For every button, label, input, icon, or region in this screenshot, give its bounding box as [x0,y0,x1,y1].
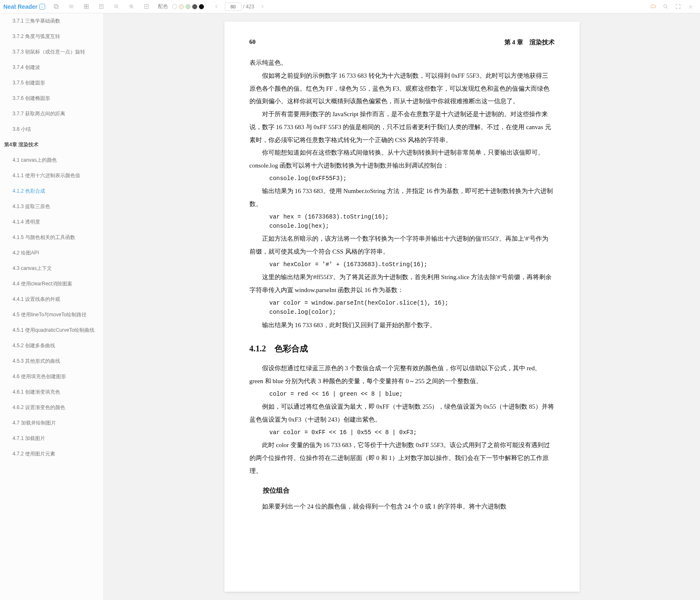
svg-line-13 [117,8,119,9]
svg-rect-0 [55,5,59,9]
toc-item[interactable]: 4.1.5 与颜色相关的工具函数 [0,230,103,245]
theme-white[interactable] [172,4,177,9]
svg-point-21 [664,5,667,8]
paragraph: 假设你想通过红绿蓝三原色的 3 个数值合成一个完整有效的颜色值，你可以借助以下公… [249,362,555,388]
paragraph: 输出结果为 16 733 683，此时我们又回到了最开始的那个数字。 [249,319,555,332]
toc-item[interactable]: 4.4 使用clearRect消除图案 [0,276,103,292]
paragraph: 你可能想知道如何在这些数字格式间做转换。从十六进制转换到十进制非常简单，只要输出… [249,146,555,172]
grid-icon[interactable] [80,0,93,13]
toc-item[interactable]: 4.7 加载并绘制图片 [0,415,103,431]
toc-item[interactable]: 4.7.1 加载图片 [0,431,103,446]
svg-line-22 [667,8,668,9]
menu-icon[interactable] [65,0,78,13]
heading: 按位组合 [249,486,555,495]
page-total: / 423 [243,4,255,10]
toc-item[interactable]: 4.5.3 其他形式的曲线 [0,353,103,369]
collapse-icon[interactable] [684,0,697,13]
heading: 4.1.2 色彩合成 [249,343,555,354]
toc-item[interactable]: 4.1.3 提取三原色 [0,199,103,214]
toc-item[interactable]: 3.7.5 创建圆形 [0,75,103,91]
toc-item[interactable]: 第4章 渲染技术 [0,137,103,153]
cloud-sync-icon[interactable] [647,0,659,13]
import-icon[interactable] [140,0,153,13]
search-icon[interactable] [659,0,672,13]
toc-item[interactable]: 4.3 canvas上下文 [0,261,103,276]
zoom-in-icon[interactable] [125,0,138,13]
toolbar: Neat Reader ↓ 配色 / 423 [0,0,700,13]
svg-line-16 [132,8,134,9]
toc-item[interactable]: 4.6.1 创建渐变填充色 [0,384,103,400]
toc-item[interactable]: 4.7.2 使用图片元素 [0,446,103,462]
page-body: 表示纯蓝色。假如将之前提到的示例数字 16 733 683 转化为十六进制数，可… [249,56,555,513]
download-icon: ↓ [39,4,45,10]
code-block: console.log(0xFF55F3); [270,174,555,183]
paragraph: 正如方法名所暗示的，该方法将一个数字转换为一个字符串并输出十六进制的值'ff55… [249,232,555,258]
toc-item[interactable]: 4.5.1 使用quadraticCurveTo绘制曲线 [0,323,103,338]
toc-item[interactable]: 3.7.1 三角学基础函数 [0,13,103,29]
toc-item[interactable]: 4.6.2 设置渐变色的颜色 [0,400,103,415]
fullscreen-icon[interactable] [672,0,684,13]
theme-sepia[interactable] [179,4,184,9]
paragraph: 此时 color 变量的值为 16 733 683，它等价于十六进制数 0xFF… [249,439,555,477]
brand-text: Neat Reader [3,3,38,10]
paragraph: 输出结果为 16 733 683。使用 Number.toString 方法，并… [249,185,555,211]
svg-rect-8 [87,7,88,8]
toc-item[interactable]: 3.7.4 创建波 [0,60,103,75]
paragraph: 这里的输出结果为'#ff55f3'。为了将其还原为十进制数，首先利用 Strin… [249,271,555,297]
code-block: var color = 0xFF << 16 | 0x55 << 8 | 0xF… [270,428,555,437]
svg-rect-9 [99,5,103,9]
paragraph: 如果要列出一个 24 位的颜色值，就会得到一个包含 24 个 0 或 1 的字符… [249,500,555,513]
table-of-contents: 3.7.1 三角学基础函数3.7.2 角度与弧度互转3.7.3 朝鼠标（或任意一… [0,13,104,600]
chapter-header: 第 4 章 渲染技术 [504,38,555,46]
page-number-input[interactable] [225,3,242,11]
toc-item[interactable]: 4.6 使用填充色创建图形 [0,369,103,384]
toc-item[interactable]: 3.7.2 角度与弧度互转 [0,29,103,44]
code-block: var hex = (16733683).toString(16); conso… [270,212,555,231]
code-block: color = red << 16 | green << 8 | blue; [270,389,555,399]
page-next-button[interactable] [256,0,268,13]
svg-rect-1 [54,5,58,8]
paragraph: 对于所有需要用到数字的 JavaScript 操作而言，是不会在意数字是十六进制… [249,108,555,146]
toc-item[interactable]: 3.7.6 创建椭圆形 [0,91,103,106]
paragraph: 假如将之前提到的示例数字 16 733 683 转化为十六进制数，可以得到 0x… [249,69,555,108]
copy-icon[interactable] [50,0,63,13]
palette-label: 配色 [158,3,168,10]
toc-item[interactable]: 4.1.4 透明度 [0,214,103,230]
svg-rect-7 [84,7,86,8]
notes-icon[interactable] [95,0,108,13]
svg-rect-6 [87,5,88,6]
toc-item[interactable]: 4.1.2 色彩合成 [0,183,103,199]
toc-item[interactable]: 4.1.1 使用十六进制表示颜色值 [0,168,103,183]
zoom-out-icon[interactable] [110,0,123,13]
app-brand[interactable]: Neat Reader ↓ [3,3,45,10]
toc-item[interactable]: 3.7.7 获取两点间的距离 [0,106,103,122]
page-prev-button[interactable] [211,0,223,13]
reader-viewport[interactable]: 60 第 4 章 渲染技术 表示纯蓝色。假如将之前提到的示例数字 16 733 … [104,13,700,600]
theme-black[interactable] [199,4,204,9]
toc-item[interactable]: 4.1 canvas上的颜色 [0,153,103,168]
toc-item[interactable]: 4.2 绘图API [0,245,103,261]
toc-item[interactable]: 3.8 小结 [0,122,103,137]
toc-item[interactable]: 4.5.2 创建多条曲线 [0,338,103,353]
code-block: var color = window.parseInt(hexColor.sli… [270,298,555,317]
paragraph: 表示纯蓝色。 [249,56,555,69]
code-block: var hexColor = '#' + (16733683).toString… [270,260,555,269]
book-page: 60 第 4 章 渲染技术 表示纯蓝色。假如将之前提到的示例数字 16 733 … [224,22,580,592]
paragraph: 例如，可以通过将红色值设置为最大，即 0xFF（十进制数 255），绿色值设置为… [249,400,555,426]
toc-item[interactable]: 3.7.3 朝鼠标（或任意一点）旋转 [0,44,103,60]
theme-gray[interactable] [192,4,197,9]
svg-rect-5 [84,5,86,6]
toc-item[interactable]: 4.5 使用lineTo与moveTo绘制路径 [0,307,103,323]
page-number: 60 [249,38,256,46]
toc-item[interactable]: 4.4.1 设置线条的外观 [0,292,103,307]
theme-green[interactable] [186,4,191,9]
